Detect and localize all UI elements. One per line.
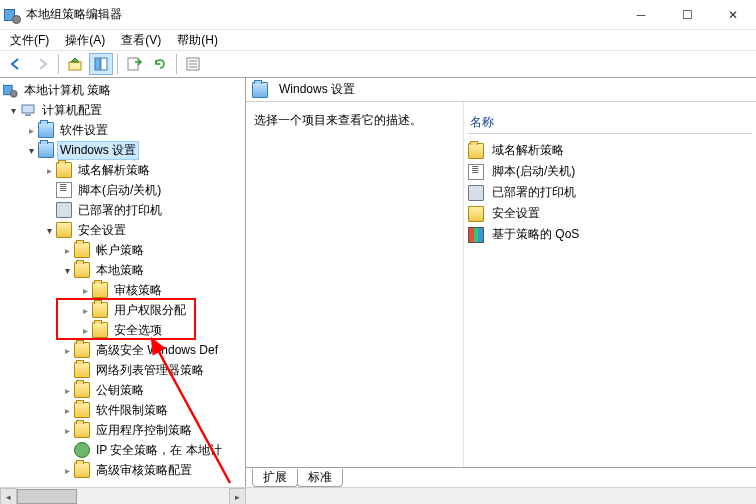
export-button[interactable] <box>122 53 146 75</box>
svg-rect-8 <box>22 105 34 113</box>
status-scroll-area: ◂ ▸ <box>0 487 756 504</box>
window-title: 本地组策略编辑器 <box>26 6 122 23</box>
list-item-scripts[interactable]: 脚本(启动/关机) <box>468 161 752 182</box>
folder-icon <box>74 342 90 358</box>
close-button[interactable]: ✕ <box>710 0 756 30</box>
menu-action[interactable]: 操作(A) <box>59 31 111 50</box>
expander-icon[interactable] <box>78 283 92 297</box>
qos-icon <box>468 227 484 243</box>
properties-button[interactable] <box>181 53 205 75</box>
tree-security-settings[interactable]: 安全设置 <box>0 220 245 240</box>
tree-scripts[interactable]: 脚本(启动/关机) <box>0 180 245 200</box>
tree-account-policies[interactable]: 帐户策略 <box>0 240 245 260</box>
tree-deployed-printers[interactable]: 已部署的打印机 <box>0 200 245 220</box>
expander-icon[interactable] <box>24 123 38 137</box>
scroll-right-button[interactable]: ▸ <box>229 488 246 504</box>
svg-rect-9 <box>25 114 31 116</box>
folder-icon <box>74 262 90 278</box>
expander-icon[interactable] <box>42 163 56 177</box>
expander-icon[interactable] <box>60 383 74 397</box>
back-button[interactable] <box>4 53 28 75</box>
ipsec-icon <box>74 442 90 458</box>
tree-windows-settings[interactable]: Windows 设置 <box>0 140 245 160</box>
svg-rect-2 <box>101 58 107 70</box>
folder-icon <box>74 382 90 398</box>
show-hide-tree-button[interactable] <box>89 53 113 75</box>
security-icon <box>468 206 484 222</box>
tree-local-policies[interactable]: 本地策略 <box>0 260 245 280</box>
folder-icon <box>74 422 90 438</box>
folder-icon <box>92 302 108 318</box>
expander-icon[interactable] <box>60 423 74 437</box>
folder-icon <box>74 362 90 378</box>
expander-icon[interactable] <box>60 403 74 417</box>
expander-icon[interactable] <box>42 223 56 237</box>
expander-icon[interactable] <box>78 323 92 337</box>
expander-icon[interactable] <box>60 243 74 257</box>
expander-icon[interactable] <box>6 103 20 117</box>
title-bar: 本地组策略编辑器 ─ ☐ ✕ <box>0 0 756 30</box>
menu-view[interactable]: 查看(V) <box>115 31 167 50</box>
tree-pane[interactable]: 本地计算机 策略 计算机配置 软件设置 Windows 设置 域名解析策略 脚本… <box>0 78 246 487</box>
detail-header-title: Windows 设置 <box>279 81 355 98</box>
minimize-button[interactable]: ─ <box>618 0 664 30</box>
folder-icon <box>468 143 484 159</box>
list-item-printers[interactable]: 已部署的打印机 <box>468 182 752 203</box>
scroll-left-button[interactable]: ◂ <box>0 488 17 504</box>
scroll-thumb[interactable] <box>17 489 77 504</box>
folder-icon <box>92 282 108 298</box>
tab-standard[interactable]: 标准 <box>297 469 343 487</box>
folder-icon <box>74 462 90 478</box>
folder-icon <box>74 402 90 418</box>
menu-help[interactable]: 帮助(H) <box>171 31 224 50</box>
tree-ipsec[interactable]: IP 安全策略，在 本地计 <box>0 440 245 460</box>
up-button[interactable] <box>63 53 87 75</box>
folder-icon <box>38 142 54 158</box>
refresh-button[interactable] <box>148 53 172 75</box>
scroll-track[interactable] <box>77 488 229 504</box>
expander-icon[interactable] <box>60 263 74 277</box>
svg-rect-1 <box>95 58 100 70</box>
tree-nlm[interactable]: 网络列表管理器策略 <box>0 360 245 380</box>
expander-icon[interactable] <box>60 463 74 477</box>
svg-rect-3 <box>128 58 138 70</box>
list-item-security[interactable]: 安全设置 <box>468 203 752 224</box>
list-item-qos[interactable]: 基于策略的 QoS <box>468 224 752 245</box>
computer-icon <box>20 102 36 118</box>
tree-audit-policy[interactable]: 审核策略 <box>0 280 245 300</box>
tree-user-rights[interactable]: 用户权限分配 <box>0 300 245 320</box>
tree-app-control[interactable]: 应用程序控制策略 <box>0 420 245 440</box>
security-icon <box>56 222 72 238</box>
folder-icon <box>56 162 72 178</box>
detail-pane: Windows 设置 选择一个项目来查看它的描述。 名称 域名解析策略 脚本(启… <box>246 78 756 487</box>
expander-icon[interactable] <box>24 143 38 157</box>
tree-srp[interactable]: 软件限制策略 <box>0 400 245 420</box>
printer-icon <box>468 185 484 201</box>
list-item-dns[interactable]: 域名解析策略 <box>468 140 752 161</box>
script-icon <box>56 182 72 198</box>
description-column: 选择一个项目来查看它的描述。 <box>246 102 464 467</box>
folder-icon <box>74 242 90 258</box>
expander-icon[interactable] <box>60 343 74 357</box>
tree-root[interactable]: 本地计算机 策略 <box>0 80 245 100</box>
content-area: 本地计算机 策略 计算机配置 软件设置 Windows 设置 域名解析策略 脚本… <box>0 78 756 487</box>
tree-computer-config[interactable]: 计算机配置 <box>0 100 245 120</box>
column-header-name[interactable]: 名称 <box>468 112 752 134</box>
script-icon <box>468 164 484 180</box>
menu-file[interactable]: 文件(F) <box>4 31 55 50</box>
detail-header: Windows 设置 <box>246 78 756 102</box>
menu-bar: 文件(F) 操作(A) 查看(V) 帮助(H) <box>0 30 756 50</box>
forward-button[interactable] <box>30 53 54 75</box>
tree-adv-audit[interactable]: 高级审核策略配置 <box>0 460 245 480</box>
toolbar <box>0 50 756 78</box>
tree-security-options[interactable]: 安全选项 <box>0 320 245 340</box>
maximize-button[interactable]: ☐ <box>664 0 710 30</box>
tree-software-settings[interactable]: 软件设置 <box>0 120 245 140</box>
tree-public-key[interactable]: 公钥策略 <box>0 380 245 400</box>
tree-wfas[interactable]: 高级安全 Windows Def <box>0 340 245 360</box>
expander-icon[interactable] <box>78 303 92 317</box>
folder-icon <box>252 82 268 98</box>
tree-dns-policy[interactable]: 域名解析策略 <box>0 160 245 180</box>
description-prompt: 选择一个项目来查看它的描述。 <box>254 112 455 129</box>
tab-extended[interactable]: 扩展 <box>252 469 298 487</box>
